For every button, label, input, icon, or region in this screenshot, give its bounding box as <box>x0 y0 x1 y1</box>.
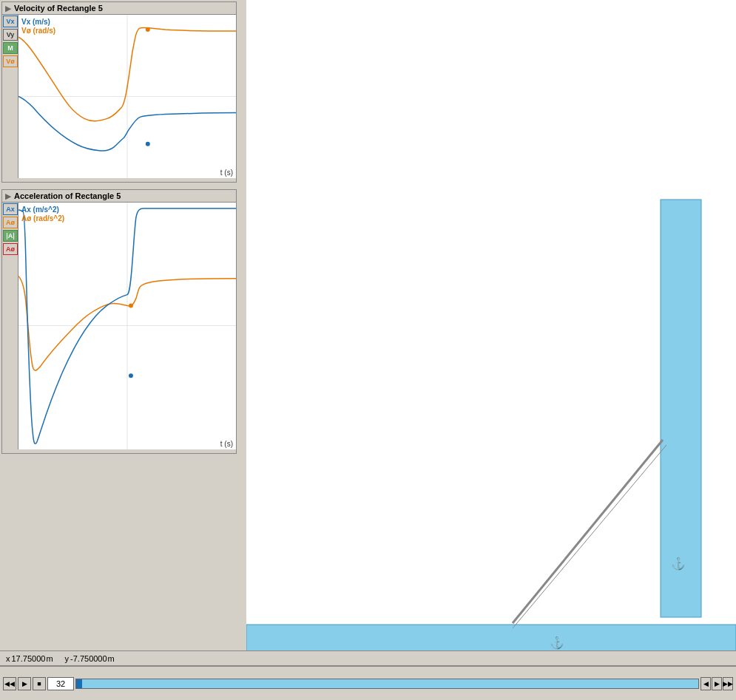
velocity-label-vx: Vx (m/s) <box>21 18 50 26</box>
accel-label-ax: Ax (m/s^2) <box>21 205 59 214</box>
velocity-arrow-icon: ▶ <box>5 4 11 13</box>
svg-point-3 <box>146 27 150 32</box>
playback-arrows: ◀ ▶ ▶▶ <box>700 677 733 690</box>
next-frame-button[interactable]: ▶ <box>712 677 722 690</box>
accel-legend-abs[interactable]: |A| <box>3 230 18 242</box>
accel-title-bar: ▶ Acceleration of Rectangle 5 <box>2 190 236 203</box>
svg-point-12 <box>129 304 133 308</box>
accel-svg <box>18 203 236 449</box>
status-y-unit: m <box>108 654 115 663</box>
velocity-t-label: t (s) <box>220 169 233 177</box>
accel-panel: ▶ Acceleration of Rectangle 5 Ax Aø |A| … <box>1 189 237 454</box>
stop-button[interactable]: ■ <box>33 677 46 690</box>
velocity-label-vo: Vø (rad/s) <box>21 27 55 35</box>
accel-legend-ao[interactable]: Aø <box>3 217 18 228</box>
velocity-chart-container: Vx Vy M Vø Vx (m/s) Vø (rad/s) t (s) <box>2 15 236 178</box>
status-x-label: x <box>6 654 10 663</box>
playback-bar: ◀◀ ▶ ■ 32 ◀ ▶ ▶▶ <box>0 665 736 700</box>
velocity-plot: Vx (m/s) Vø (rad/s) t (s) <box>18 15 236 178</box>
velocity-legend-vy[interactable]: Vy <box>3 29 18 41</box>
accel-title: Acceleration of Rectangle 5 <box>14 191 121 200</box>
velocity-legend-m[interactable]: M <box>3 42 18 54</box>
accel-chart-container: Ax Aø |A| Aø Ax (m/s^2) Aø (rad/s^2) t (… <box>2 203 236 449</box>
fast-forward-button[interactable]: ▶▶ <box>723 677 733 690</box>
simulation-svg: ⚓ ⚓ <box>246 0 736 665</box>
status-y-label: y <box>65 654 70 663</box>
velocity-svg <box>18 15 236 178</box>
rewind-button[interactable]: ◀◀ <box>3 677 16 690</box>
simulation-scene: ⚓ ⚓ <box>246 0 736 665</box>
svg-rect-14 <box>661 200 701 617</box>
accel-plot: Ax (m/s^2) Aø (rad/s^2) t (s) <box>18 203 236 449</box>
status-bar: x 17.75000 m y -7.750000 m <box>0 650 736 665</box>
accel-legend-ao2[interactable]: Aø <box>3 243 18 255</box>
velocity-legend-vo[interactable]: Vø <box>3 55 18 67</box>
accel-t-label: t (s) <box>220 440 233 448</box>
svg-point-2 <box>146 142 150 146</box>
velocity-legend: Vx Vy M Vø <box>2 15 18 178</box>
progress-track[interactable] <box>75 679 699 689</box>
progress-thumb <box>76 679 82 688</box>
velocity-legend-vx[interactable]: Vx <box>3 16 18 27</box>
status-y-value: -7.750000 <box>70 654 107 663</box>
velocity-title-bar: ▶ Velocity of Rectangle 5 <box>2 2 236 15</box>
velocity-title: Velocity of Rectangle 5 <box>14 4 103 13</box>
status-x-unit: m <box>46 654 53 663</box>
svg-text:⚓: ⚓ <box>550 636 564 650</box>
svg-text:⚓: ⚓ <box>671 557 686 571</box>
accel-legend-ax[interactable]: Ax <box>3 203 18 215</box>
accel-arrow-icon: ▶ <box>5 192 11 200</box>
svg-point-11 <box>129 373 133 378</box>
accel-legend: Ax Aø |A| Aø <box>2 203 18 449</box>
speed-display: 32 <box>47 677 74 690</box>
play-button[interactable]: ▶ <box>18 677 31 690</box>
velocity-panel: ▶ Velocity of Rectangle 5 Vx Vy M Vø V <box>1 1 237 183</box>
status-x-value: 17.75000 <box>12 654 46 663</box>
prev-frame-button[interactable]: ◀ <box>700 677 711 690</box>
accel-label-ao: Aø (rad/s^2) <box>21 214 64 222</box>
